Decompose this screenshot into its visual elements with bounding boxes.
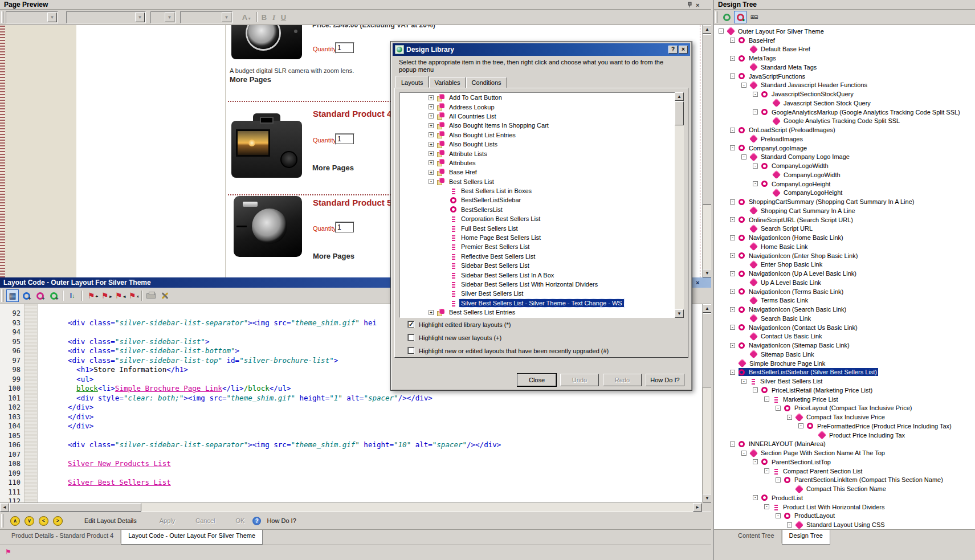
style-select[interactable]: ▼ — [6, 11, 58, 23]
library-item[interactable]: Corporation Best Sellers List — [400, 214, 683, 223]
tree-row[interactable]: -Silver Best Sellers List — [714, 377, 975, 386]
expand-icon[interactable]: + — [429, 310, 434, 315]
apply-button[interactable]: Apply — [156, 517, 179, 524]
tree-item[interactable]: JavaScriptFunctions — [739, 72, 806, 80]
collapse-icon[interactable]: - — [753, 181, 758, 186]
tree-item[interactable]: Sitemap Basic Link — [750, 350, 815, 358]
tree-row[interactable]: -Product List With Horizontal Dividers — [714, 502, 975, 512]
tree-row[interactable]: -GoogleAnalyticsMarkup (Google Analytics… — [714, 108, 975, 117]
underline-button[interactable]: U — [279, 12, 288, 23]
code-line[interactable]: </div> — [59, 412, 702, 422]
library-item[interactable]: +Also Bought List Entries — [400, 130, 683, 140]
collapse-icon[interactable]: - — [429, 179, 434, 184]
tree-item[interactable]: Standard Meta Tags — [750, 63, 818, 71]
collapse-icon[interactable]: - — [753, 92, 758, 97]
collapse-icon[interactable]: - — [730, 325, 735, 330]
tools-icon[interactable] — [158, 289, 171, 302]
font-color-button[interactable]: A▼ — [239, 12, 254, 23]
code-line[interactable]: <div class="silver-sidebar-list-separato… — [59, 440, 702, 450]
scroll-left-icon[interactable]: ◄ — [0, 503, 9, 512]
ok-button[interactable]: OK — [232, 517, 248, 524]
undo-button[interactable]: Undo — [560, 374, 599, 386]
tree-item[interactable]: OnlineScriptURL (Search Script URL) — [739, 216, 854, 224]
library-item[interactable]: Sidebar Best Sellers List With Horizonta… — [400, 280, 683, 289]
design-tree-mode-icon[interactable]: ● — [734, 11, 746, 23]
library-item[interactable]: +Add To Cart Button — [400, 93, 683, 102]
tree-item[interactable]: OnLoadScript (PreloadImages) — [739, 126, 837, 134]
tree-row[interactable]: -CompanyLogoImage — [714, 144, 975, 153]
library-item[interactable]: +Attributes — [400, 158, 683, 167]
expand-collapse-all-icon[interactable]: ⊞⊟ — [748, 11, 760, 23]
preview-scrollbar[interactable]: ▲ ▼ — [702, 25, 711, 277]
collapse-icon[interactable]: - — [730, 442, 735, 447]
close-icon[interactable]: × — [696, 2, 699, 8]
tree-item[interactable]: JavascriptSectionStockQuery — [761, 90, 855, 98]
document-tab[interactable]: Product Details - Standard Product 4 — [5, 530, 121, 543]
tree-row[interactable]: -Standard Javascript Header Functions — [714, 81, 975, 90]
tree-item[interactable]: Shopping Cart Summary In A Line — [750, 207, 856, 215]
quantity-input[interactable] — [335, 42, 354, 54]
tree-row[interactable]: Terms Basic Link — [714, 296, 975, 305]
tree-item[interactable]: CompanyLogoImage — [739, 144, 808, 152]
tree-row[interactable]: Sitemap Basic Link — [714, 350, 975, 359]
tree-row[interactable]: Up A Level Basic Link — [714, 278, 975, 287]
library-item[interactable]: +Base Href — [400, 167, 683, 177]
cancel-button[interactable]: Cancel — [192, 517, 218, 524]
tree-row[interactable]: CompanyLogoWidth — [714, 170, 975, 179]
tree-row[interactable]: -MetaTags — [714, 54, 975, 63]
library-item[interactable]: Sidebar Best Sellers List — [400, 261, 683, 270]
bookmark-gutter[interactable] — [24, 304, 38, 502]
tree-item[interactable]: CompanyLogoWidth — [761, 162, 830, 170]
collapse-icon[interactable]: - — [764, 468, 769, 473]
checkbox[interactable]: ✓ — [407, 321, 415, 328]
insert-icon[interactable]: I↓ — [66, 289, 79, 302]
how-do-i--button[interactable]: How Do I? — [646, 374, 684, 386]
library-item[interactable]: +Address Lookup — [400, 102, 683, 111]
goto-previous-icon[interactable]: < — [39, 516, 48, 526]
collapse-icon[interactable]: - — [730, 307, 735, 312]
new-variable-icon[interactable]: + — [20, 289, 32, 302]
tree-item[interactable]: CompanyLogoHeight — [761, 180, 831, 188]
code-line[interactable] — [59, 497, 702, 502]
more-pages-link[interactable]: More Pages — [313, 252, 354, 260]
scroll-down-icon[interactable]: ▼ — [675, 309, 684, 318]
collapse-icon[interactable]: - — [730, 56, 735, 61]
code-line[interactable] — [59, 488, 702, 497]
library-item[interactable]: BestSellersList — [400, 205, 683, 214]
layout-link[interactable]: Silver New Products List — [68, 459, 171, 468]
tree-row[interactable]: -ShoppingCartSummary (Shopping Cart Summ… — [714, 197, 975, 206]
library-item[interactable]: Silver Best Sellers List - Silver Theme … — [400, 299, 683, 308]
tree-row[interactable]: -NavigationIcon (Up A Level Basic Link) — [714, 269, 975, 278]
tree-item[interactable]: PriceLayout (Compact Tax Inclusive Price… — [784, 404, 913, 412]
tree-item[interactable]: Outer Layout For Silver Theme — [727, 27, 825, 35]
checkbox[interactable] — [407, 334, 415, 341]
scroll-up-icon[interactable]: ▲ — [675, 92, 684, 101]
tree-row[interactable]: -NavigationIcon (Sitemap Basic Link) — [714, 341, 975, 350]
bold-button[interactable]: B — [259, 12, 269, 23]
tree-item[interactable]: Terms Basic Link — [750, 296, 809, 304]
tree-row[interactable]: -Standard Layout Using CSS — [714, 520, 975, 529]
tree-item[interactable]: Home Basic Link — [750, 243, 809, 251]
tree-row[interactable]: Product Price Including Tax — [714, 431, 975, 440]
close-button[interactable]: Close — [517, 374, 556, 386]
tree-row[interactable]: -NavigationIcon (Contact Us Basic Link) — [714, 323, 975, 332]
collapse-icon[interactable]: - — [730, 38, 735, 43]
tree-row[interactable]: -PriceListRetail (Marketing Price List) — [714, 386, 975, 395]
tree-row[interactable]: -Section Page With Section Name At The T… — [714, 448, 975, 457]
tree-row[interactable]: Home Basic Link — [714, 242, 975, 251]
library-item[interactable]: Home Page Best Sellers List — [400, 233, 683, 242]
tab-content-tree[interactable]: Content Tree — [731, 530, 782, 543]
toolbar-grip[interactable] — [1, 11, 3, 23]
layout-link[interactable]: Silver Best Sellers List — [68, 478, 171, 487]
tree-item[interactable]: BaseHref — [739, 36, 776, 44]
tab-layouts[interactable]: Layouts — [395, 76, 429, 88]
library-tree[interactable]: +Add To Cart Button+Address Lookup+All C… — [399, 92, 683, 318]
expand-icon[interactable]: + — [429, 104, 434, 109]
code-line[interactable] — [59, 450, 702, 460]
collapse-icon[interactable]: - — [764, 397, 769, 402]
tree-row[interactable]: -NavigationIcon (Search Basic Link) — [714, 305, 975, 314]
collapse-icon[interactable]: - — [730, 217, 735, 222]
tree-row[interactable]: -NavigationIcon (Home Basic Link) — [714, 233, 975, 242]
new-condition-icon[interactable]: + — [47, 289, 60, 302]
quantity-input[interactable] — [335, 222, 354, 233]
